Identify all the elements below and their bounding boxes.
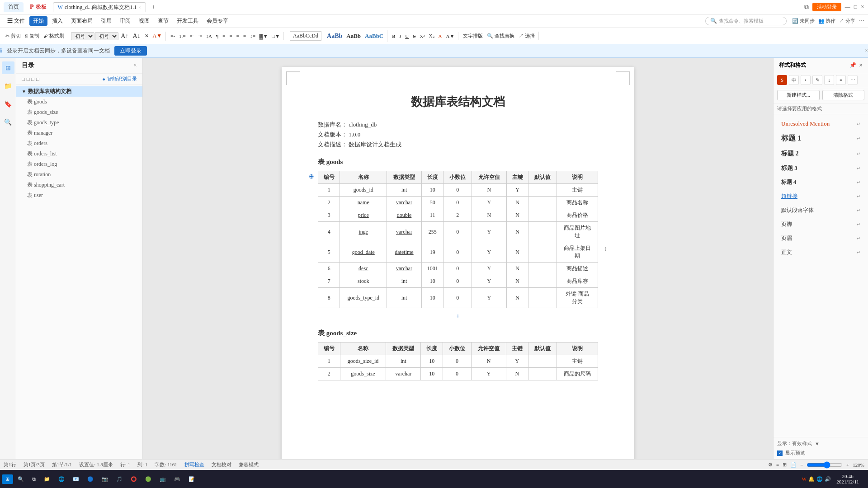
taskbar-clock[interactable]: 20:46 2021/12/11 xyxy=(833,474,863,484)
menu-view[interactable]: 视图 xyxy=(135,16,153,26)
style-icon-more[interactable]: ⋯ xyxy=(848,75,858,85)
menu-page-layout[interactable]: 页面布局 xyxy=(67,16,96,26)
sidebar-close-btn[interactable]: × xyxy=(133,62,137,69)
toc-icon-3[interactable]: □ xyxy=(31,76,34,82)
sidebar-item-manager[interactable]: 表 manager xyxy=(16,128,142,138)
menu-dev[interactable]: 开发工具 xyxy=(173,16,202,26)
clear-format-btn[interactable]: ✕ xyxy=(143,32,151,40)
new-tab-btn[interactable]: + xyxy=(148,3,159,12)
sort-btn[interactable]: ↕A xyxy=(204,33,214,40)
sidebar-item-rotation[interactable]: 表 rotation xyxy=(16,169,142,180)
taskbar-app1-btn[interactable]: 📧 xyxy=(69,475,83,483)
font-size-select[interactable]: 初号 xyxy=(95,32,118,40)
preview-icon[interactable]: ⧉ xyxy=(804,4,809,11)
underline-btn[interactable]: U xyxy=(403,33,410,40)
table-ctrl-btn[interactable]: ⊕ xyxy=(309,173,314,180)
indent-increase-btn[interactable]: ⇥ xyxy=(196,32,204,40)
style-normal-btn[interactable]: AaBbCcDd xyxy=(287,30,325,42)
style-icon-lines[interactable]: ≡ xyxy=(836,75,846,85)
para-color-btn[interactable]: ▓▼ xyxy=(258,33,270,40)
italic-btn[interactable]: I xyxy=(398,33,403,40)
format-painter-btn[interactable]: 🖌 格式刷 xyxy=(42,32,66,40)
style-item-page-footer[interactable]: 页脚 ↵ xyxy=(777,218,864,230)
toc-icon-4[interactable]: □ xyxy=(36,76,39,82)
menu-insert[interactable]: 插入 xyxy=(48,16,66,26)
taskbar-start-btn[interactable]: ⊞ xyxy=(2,474,13,484)
style-item-page-header[interactable]: 页眉 ↵ xyxy=(777,232,864,244)
copy-btn[interactable]: ⎘ 复制 xyxy=(23,32,41,40)
minimize-btn[interactable]: — xyxy=(845,4,850,10)
taskbar-sound-icon[interactable]: 🔊 xyxy=(825,476,831,482)
zoom-slider[interactable] xyxy=(807,461,843,469)
sidebar-item-orders-log[interactable]: 表 orders_log xyxy=(16,159,142,169)
bold-btn[interactable]: B xyxy=(390,33,397,40)
cut-btn[interactable]: ✂ 剪切 xyxy=(4,32,23,40)
highlight-btn[interactable]: A▼ xyxy=(444,33,457,40)
doc-area[interactable]: 数据库表结构文档 数据库名： clothing_db 文档版本： 1.0.0 文… xyxy=(143,58,773,459)
show-preview-checkbox[interactable]: ✓ xyxy=(777,450,783,456)
menu-start[interactable]: 开始 xyxy=(29,16,47,26)
style-item-body[interactable]: 正文 ↵ xyxy=(777,246,864,258)
status-view-icon2[interactable]: ⊞ xyxy=(783,462,787,468)
style-item-default-para[interactable]: 默认段落字体 ↵ xyxy=(777,204,864,216)
taskbar-app6-btn[interactable]: 🟢 xyxy=(142,475,155,483)
icon-bar-bookmark[interactable]: 🔖 xyxy=(2,98,14,110)
align-right-btn[interactable]: ≡ xyxy=(234,33,241,40)
menu-reference[interactable]: 引用 xyxy=(97,16,115,26)
maximize-btn[interactable]: □ xyxy=(854,4,857,10)
spell-check-btn[interactable]: 拼写检查 xyxy=(184,461,204,468)
taskbar-app7-btn[interactable]: 📺 xyxy=(156,475,170,483)
menu-review[interactable]: 审阅 xyxy=(116,16,134,26)
number-list-btn[interactable]: 1.≡ xyxy=(177,33,187,40)
icon-bar-folder[interactable]: 📁 xyxy=(2,80,14,92)
indent-decrease-btn[interactable]: ⇤ xyxy=(188,32,196,40)
style-item-h3[interactable]: 标题 3 ↵ xyxy=(777,162,864,174)
share-btn[interactable]: ↗ 分享 xyxy=(839,18,855,24)
style-h3-btn[interactable]: AaBbC xyxy=(363,32,385,41)
style-item-h2[interactable]: 标题 2 ↵ xyxy=(777,147,864,160)
taskbar-ie-btn[interactable]: 🌐 xyxy=(55,475,68,483)
text-style-btn[interactable]: 文字排版 xyxy=(461,32,485,40)
taskbar-taskview-btn[interactable]: ⧉ xyxy=(28,475,39,483)
zoom-increase-btn[interactable]: + xyxy=(846,462,849,468)
style-icon-dot[interactable]: • xyxy=(801,75,811,85)
menu-search-box[interactable]: 🔍 查找命令、搜索模板 xyxy=(705,17,787,25)
style-item-unresolved[interactable]: Unresolved Mention ↵ xyxy=(777,118,864,130)
taskbar-app5-btn[interactable]: ⭕ xyxy=(127,475,141,483)
taskbar-app2-btn[interactable]: 🔵 xyxy=(84,475,97,483)
para-settings-btn[interactable]: ¶ xyxy=(214,33,220,40)
align-center-btn[interactable]: ≡ xyxy=(227,33,234,40)
show-style-dropdown[interactable]: ▼ xyxy=(815,441,820,446)
style-icon-pen[interactable]: ✎ xyxy=(812,75,822,85)
sidebar-item-goods-type[interactable]: 表 goods_type xyxy=(16,117,142,128)
collab-btn[interactable]: 👥 协作 xyxy=(818,18,836,24)
bullet-list-btn[interactable]: ≡• xyxy=(169,33,177,40)
style-h1-btn[interactable]: AaBb xyxy=(325,32,344,41)
style-icon-s[interactable]: S xyxy=(777,75,787,85)
activate-btn[interactable]: 活动登录 xyxy=(812,3,841,11)
right-panel-pin-icon[interactable]: 📌 xyxy=(849,62,856,69)
find-replace-btn[interactable]: 🔍 查找替换 xyxy=(485,32,516,40)
style-item-h4[interactable]: 标题 4 ↵ xyxy=(777,176,864,188)
taskbar-app4-btn[interactable]: 🎵 xyxy=(113,475,126,483)
sidebar-item-goods[interactable]: 表 goods xyxy=(16,97,142,107)
smart-toc-btn[interactable]: ● 智能识别目录 xyxy=(102,75,137,82)
table-add-btn[interactable]: + xyxy=(456,313,460,320)
icon-bar-search[interactable]: 🔍 xyxy=(2,116,14,128)
word-count-btn[interactable]: 文档校对 xyxy=(212,461,231,468)
style-icon-zh[interactable]: 中 xyxy=(789,75,799,85)
taskbar-app9-btn[interactable]: 📝 xyxy=(185,475,198,483)
info-close-icon[interactable]: × xyxy=(865,47,868,54)
sidebar-item-root[interactable]: ▼ 数据库表结构文档 xyxy=(16,86,142,97)
menu-file[interactable]: ☰ 文件 xyxy=(4,16,28,26)
strikethrough-btn[interactable]: S xyxy=(411,33,417,40)
select-btn[interactable]: ↗ 选择 xyxy=(517,32,537,40)
toc-icon-1[interactable]: □ xyxy=(22,76,25,82)
taskbar-app8-btn[interactable]: 🎮 xyxy=(170,475,184,483)
tab-wps[interactable]: P 极板 xyxy=(25,2,51,12)
superscript-btn[interactable]: X² xyxy=(418,33,426,40)
sync-status[interactable]: 🔄 未同步 xyxy=(792,18,815,24)
taskbar-network-icon[interactable]: 🌐 xyxy=(816,476,823,482)
align-left-btn[interactable]: ≡ xyxy=(221,33,227,40)
taskbar-notification-icon[interactable]: 🔔 xyxy=(808,476,815,482)
